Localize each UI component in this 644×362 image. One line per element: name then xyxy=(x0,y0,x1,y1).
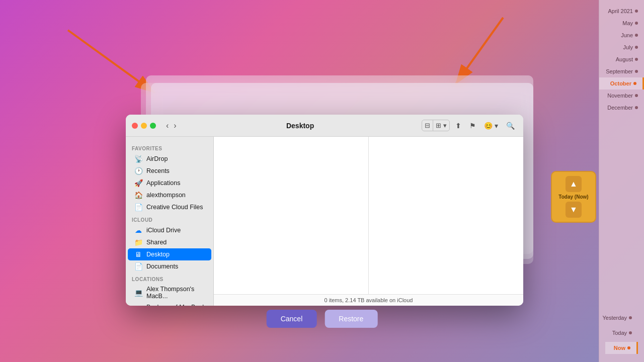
sidebar-item-macbook[interactable]: 💻 Alex Thompson's MacB... xyxy=(128,284,211,302)
today-down-button[interactable]: ▼ xyxy=(566,202,582,218)
sidebar-item-airdrop[interactable]: 📡 AirDrop xyxy=(128,153,211,165)
locations-label: Locations xyxy=(126,273,213,284)
sidebar-item-icloud-drive[interactable]: ☁ iCloud Drive xyxy=(128,224,211,236)
timeline-label-june: June xyxy=(621,32,633,38)
finder-toolbar: ‹ › Desktop ⊟ ⊞ ▾ ⬆ ⚑ 😊 ▾ 🔍 xyxy=(126,115,523,137)
today-label: Today xyxy=(612,330,627,336)
documents-icon: 📄 xyxy=(134,262,143,270)
sidebar-item-applications[interactable]: 🚀 Applications xyxy=(128,177,211,189)
close-button[interactable] xyxy=(132,123,138,129)
sidebar-item-shared-label: Shared xyxy=(146,239,167,246)
desktop-icon: 🖥 xyxy=(134,250,143,258)
minimize-button[interactable] xyxy=(141,123,147,129)
sidebar-item-backups[interactable]: 🔄 Backups of MacBook Pro xyxy=(128,302,211,306)
user-icon: 🏠 xyxy=(134,191,143,199)
status-bar: 0 items, 2.14 TB available on iCloud xyxy=(214,294,523,306)
content-area xyxy=(214,137,523,294)
finder-window: ‹ › Desktop ⊟ ⊞ ▾ ⬆ ⚑ 😊 ▾ 🔍 Favorites 📡 … xyxy=(126,115,523,306)
now-dot xyxy=(627,346,630,349)
timeline-dot-august xyxy=(635,58,638,61)
timeline-item-august[interactable]: August xyxy=(599,53,644,65)
sidebar-item-macbook-label: Alex Thompson's MacB... xyxy=(146,286,207,300)
timeline-now[interactable]: Now xyxy=(605,342,638,354)
today-up-button[interactable]: ▲ xyxy=(566,176,582,192)
today-dot xyxy=(629,331,632,334)
sidebar-item-shared[interactable]: 📁 Shared xyxy=(128,236,211,248)
laptop-icon: 💻 xyxy=(134,289,143,297)
timeline-dot-november xyxy=(635,94,638,97)
yesterday-dot xyxy=(629,316,632,319)
timeline-item-november[interactable]: November xyxy=(599,89,644,102)
timeline-dot-july xyxy=(635,46,638,49)
sidebar-item-cc-label: Creative Cloud Files xyxy=(146,204,203,211)
sidebar-item-user[interactable]: 🏠 alexthompson xyxy=(128,189,211,201)
finder-content: 0 items, 2.14 TB available on iCloud xyxy=(214,137,523,306)
sidebar-item-icloud-label: iCloud Drive xyxy=(146,227,181,234)
content-pane-right xyxy=(369,137,523,294)
search-button[interactable]: 🔍 xyxy=(504,120,517,131)
timeline-dot-december xyxy=(635,106,638,109)
sidebar-item-desktop-label: Desktop xyxy=(146,251,170,258)
bottom-buttons: Cancel Restore xyxy=(267,310,378,328)
timeline-items: April 2021 May June July August Septembe… xyxy=(599,5,644,114)
icloud-label: iCloud xyxy=(126,213,213,224)
sidebar: Favorites 📡 AirDrop 🕐 Recents 🚀 Applicat… xyxy=(126,137,214,306)
timeline-item-september[interactable]: September xyxy=(599,65,644,77)
sidebar-item-recents-label: Recents xyxy=(146,167,170,174)
timeline-item-december[interactable]: December xyxy=(599,102,644,114)
content-pane-left xyxy=(214,137,369,294)
favorites-label: Favorites xyxy=(126,142,213,153)
creative-cloud-icon: 📄 xyxy=(134,203,143,211)
yesterday-label: Yesterday xyxy=(602,315,627,321)
sidebar-item-airdrop-label: AirDrop xyxy=(146,155,168,162)
timeline-item-may[interactable]: May xyxy=(599,17,644,29)
finder-body: Favorites 📡 AirDrop 🕐 Recents 🚀 Applicat… xyxy=(126,137,523,306)
timeline-dot-june xyxy=(635,34,638,37)
action-button[interactable]: 😊 ▾ xyxy=(481,120,501,131)
sidebar-item-user-label: alexthompson xyxy=(146,192,186,199)
timeline-dot-may xyxy=(635,22,638,25)
sidebar-item-creative-cloud[interactable]: 📄 Creative Cloud Files xyxy=(128,201,211,213)
timeline-label-august: August xyxy=(616,56,633,62)
now-label: Now xyxy=(614,345,625,351)
sidebar-item-backups-label: Backups of MacBook Pro xyxy=(146,304,207,306)
timeline-dot-september xyxy=(635,70,638,73)
timeline-label-may: May xyxy=(622,20,633,26)
today-widget-label: Today (Now) xyxy=(558,194,588,200)
airdrop-icon: 📡 xyxy=(134,155,143,163)
maximize-button[interactable] xyxy=(150,123,156,129)
sidebar-item-desktop[interactable]: 🖥 Desktop xyxy=(128,248,211,260)
tag-button[interactable]: ⚑ xyxy=(467,120,478,131)
forward-button[interactable]: › xyxy=(172,120,178,131)
sidebar-item-documents[interactable]: 📄 Documents xyxy=(128,260,211,273)
back-button[interactable]: ‹ xyxy=(164,120,171,131)
cancel-button[interactable]: Cancel xyxy=(267,310,317,328)
timeline-item-july[interactable]: July xyxy=(599,41,644,53)
nav-buttons: ‹ › xyxy=(164,120,179,131)
view-toggle: ⊟ ⊞ ▾ xyxy=(422,120,450,131)
column-view-button[interactable]: ⊟ xyxy=(422,120,433,131)
timeline-item-april-2021[interactable]: April 2021 xyxy=(599,5,644,17)
window-title: Desktop xyxy=(183,122,418,130)
restore-button[interactable]: Restore xyxy=(325,310,377,328)
shared-icon: 📁 xyxy=(134,238,143,246)
toolbar-actions: ⊟ ⊞ ▾ ⬆ ⚑ 😊 ▾ 🔍 xyxy=(422,120,517,131)
applications-icon: 🚀 xyxy=(134,179,143,187)
today-widget: ▲ Today (Now) ▼ xyxy=(551,171,596,223)
sidebar-item-documents-label: Documents xyxy=(146,263,178,270)
grid-view-button[interactable]: ⊞ ▾ xyxy=(433,120,449,131)
sidebar-item-recents[interactable]: 🕐 Recents xyxy=(128,165,211,177)
timeline-label-november: November xyxy=(607,93,633,99)
icloud-icon: ☁ xyxy=(134,226,143,234)
timeline-label-july: July xyxy=(623,44,633,50)
traffic-lights xyxy=(132,123,156,129)
recents-icon: 🕐 xyxy=(134,167,143,175)
timeline-today[interactable]: Today xyxy=(605,327,638,339)
timeline-item-october[interactable]: October xyxy=(599,77,644,89)
share-button[interactable]: ⬆ xyxy=(453,120,464,131)
timeline-item-june[interactable]: June xyxy=(599,29,644,41)
timeline-yesterday[interactable]: Yesterday xyxy=(605,312,638,324)
timeline-label-december: December xyxy=(607,105,633,111)
timeline-dot-april-2021 xyxy=(635,10,638,13)
timeline-label-october: October xyxy=(610,80,631,86)
